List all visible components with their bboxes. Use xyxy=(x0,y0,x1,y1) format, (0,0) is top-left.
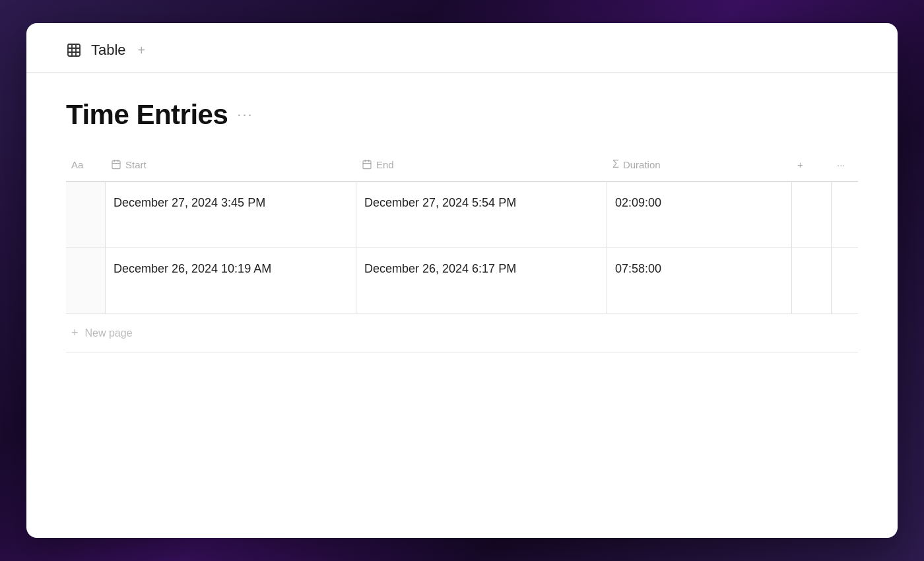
col-label-duration: Duration xyxy=(623,159,661,170)
new-page-row[interactable]: + New page xyxy=(66,314,858,352)
table-header: Aa Start xyxy=(66,154,858,182)
add-view-button[interactable]: + xyxy=(135,44,148,57)
new-page-plus-icon: + xyxy=(71,326,79,340)
cell-duration-2[interactable]: 07:58:00 xyxy=(607,248,792,314)
cell-action-1 xyxy=(832,182,858,248)
svg-rect-9 xyxy=(363,161,371,169)
table-body: December 27, 2024 3:45 PM December 27, 2… xyxy=(66,182,858,314)
table-view-icon xyxy=(66,42,82,58)
view-header: Table + xyxy=(26,23,898,73)
calendar-icon-end xyxy=(362,159,372,170)
page-title: Time Entries xyxy=(66,99,228,131)
table-row: December 27, 2024 3:45 PM December 27, 2… xyxy=(66,182,858,248)
data-table: Aa Start xyxy=(66,154,858,352)
cell-name-1[interactable] xyxy=(66,182,106,248)
svg-rect-5 xyxy=(112,161,120,169)
svg-rect-0 xyxy=(68,44,80,56)
col-header-add[interactable]: + xyxy=(792,154,832,174)
cell-start-1[interactable]: December 27, 2024 3:45 PM xyxy=(106,182,356,248)
cell-start-2[interactable]: December 26, 2024 10:19 AM xyxy=(106,248,356,314)
table-row: December 26, 2024 10:19 AM December 26, … xyxy=(66,248,858,314)
cell-action-2 xyxy=(832,248,858,314)
cell-end-2[interactable]: December 26, 2024 6:17 PM xyxy=(356,248,607,314)
cell-end-1[interactable]: December 27, 2024 5:54 PM xyxy=(356,182,607,248)
calendar-icon-start xyxy=(111,159,121,170)
sigma-icon: Σ xyxy=(612,158,619,170)
main-card: Table + Time Entries ··· Aa xyxy=(26,23,898,538)
col-header-name: Aa xyxy=(66,154,106,174)
new-page-label: New page xyxy=(85,327,133,339)
content-area: Time Entries ··· Aa Start xyxy=(26,73,898,379)
cell-extra-1 xyxy=(792,182,832,248)
col-label-end: End xyxy=(376,159,394,170)
col-header-more[interactable]: ··· xyxy=(832,154,858,174)
cell-name-2[interactable] xyxy=(66,248,106,314)
col-header-duration[interactable]: Σ Duration xyxy=(607,154,792,174)
col-header-start[interactable]: Start xyxy=(106,154,356,174)
page-title-row: Time Entries ··· xyxy=(66,99,858,131)
col-label-start: Start xyxy=(125,159,147,170)
cell-extra-2 xyxy=(792,248,832,314)
page-menu-dots[interactable]: ··· xyxy=(237,108,253,122)
col-header-end[interactable]: End xyxy=(356,154,607,174)
cell-duration-1[interactable]: 02:09:00 xyxy=(607,182,792,248)
view-label: Table xyxy=(91,42,126,59)
